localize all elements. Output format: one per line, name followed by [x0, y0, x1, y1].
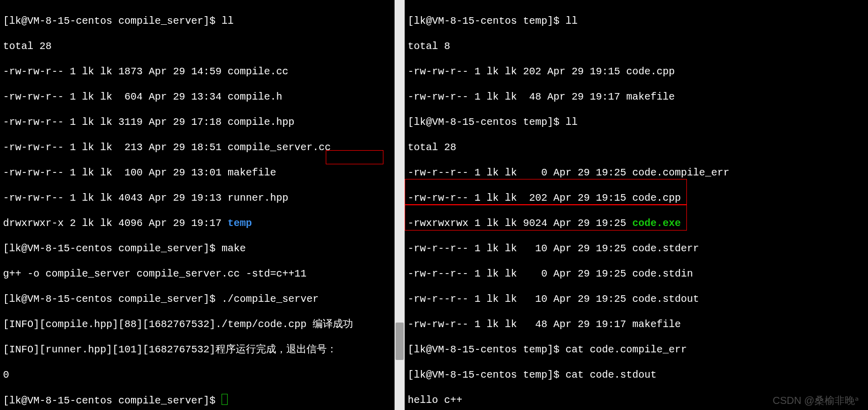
command: make: [222, 243, 246, 254]
ls-row: -rw-rw-r-- 1 lk lk 202 Apr 29 19:15 code…: [408, 65, 865, 78]
ls-row: -rw-rw-r-- 1 lk lk 604 Apr 29 13:34 comp…: [3, 90, 392, 103]
prompt-line: [lk@VM-8-15-centos compile_server]$ ll: [3, 15, 392, 27]
watermark: CSDN @桑榆非晚ᵃ: [772, 394, 859, 407]
command: ll: [566, 116, 578, 128]
ls-row: -rw-rw-r-- 1 lk lk 3119 Apr 29 17:18 com…: [3, 116, 392, 128]
make-output: g++ -o compile_server compile_server.cc …: [3, 267, 392, 280]
prompt-line: [lk@VM-8-15-centos temp]$ cat code.compi…: [408, 343, 865, 356]
ls-row: -rw-rw-r-- 1 lk lk 100 Apr 29 13:01 make…: [3, 166, 392, 179]
dir-name: temp: [228, 217, 252, 229]
ls-row: -rw-rw-r-- 1 lk lk 48 Apr 29 19:17 makef…: [408, 90, 865, 103]
ls-row-exe: -rwxrwxrwx 1 lk lk 9024 Apr 29 19:25 cod…: [408, 217, 865, 230]
ls-row: -rw-rw-r-- 1 lk lk 48 Apr 29 19:17 makef…: [408, 318, 865, 331]
prompt-line: [lk@VM-8-15-centos temp]$ ll: [408, 15, 865, 27]
ls-row: -rw-r--r-- 1 lk lk 0 Apr 29 19:25 code.s…: [408, 267, 865, 280]
log-line: 0: [3, 369, 392, 381]
command: ll: [222, 15, 234, 27]
exe-name: code.exe: [632, 217, 681, 229]
ls-row: -rw-rw-r-- 1 lk lk 213 Apr 29 18:51 comp…: [3, 141, 392, 154]
shell-prompt: [lk@VM-8-15-centos compile_server]$: [3, 15, 222, 27]
ls-total: total 8: [408, 40, 865, 53]
prompt-line: [lk@VM-8-15-centos compile_server]$ make: [3, 242, 392, 255]
command: cat code.compile_err: [566, 344, 687, 355]
log-line: [INFO][runner.hpp][101][1682767532]程序运行完…: [3, 343, 392, 356]
log-line: [INFO][compile.hpp][88][1682767532]./tem…: [3, 318, 392, 331]
right-terminal[interactable]: [lk@VM-8-15-centos temp]$ ll total 8 -rw…: [405, 0, 868, 410]
ls-row: -rw-r--r-- 1 lk lk 10 Apr 29 19:25 code.…: [408, 242, 865, 255]
prompt-line: [lk@VM-8-15-centos compile_server]$ ./co…: [3, 293, 392, 305]
scrollbar-thumb[interactable]: [396, 323, 404, 360]
cursor-icon: [222, 394, 228, 405]
prompt-line: [lk@VM-8-15-centos temp]$ cat code.stdou…: [408, 369, 865, 381]
ls-row: -rw-rw-r-- 1 lk lk 4043 Apr 29 19:13 run…: [3, 192, 392, 204]
left-terminal[interactable]: [lk@VM-8-15-centos compile_server]$ ll t…: [0, 0, 395, 410]
command: cat code.stdout: [566, 369, 657, 381]
ls-row-dir: drwxrwxr-x 2 lk lk 4096 Apr 29 19:17 tem…: [3, 217, 392, 230]
command: ll: [566, 15, 578, 27]
ls-row: -rw-r--r-- 1 lk lk 10 Apr 29 19:25 code.…: [408, 293, 865, 305]
ls-total: total 28: [408, 141, 865, 154]
command: ./compile_server: [222, 293, 319, 305]
prompt-line[interactable]: [lk@VM-8-15-centos compile_server]$: [3, 394, 392, 407]
ls-row: -rw-r--r-- 1 lk lk 0 Apr 29 19:25 code.c…: [408, 166, 865, 179]
prompt-line: [lk@VM-8-15-centos temp]$ ll: [408, 116, 865, 128]
ls-total: total 28: [3, 40, 392, 53]
ls-row: -rw-rw-r-- 1 lk lk 202 Apr 29 19:15 code…: [408, 192, 865, 204]
ls-row: -rw-rw-r-- 1 lk lk 1873 Apr 29 14:59 com…: [3, 65, 392, 78]
